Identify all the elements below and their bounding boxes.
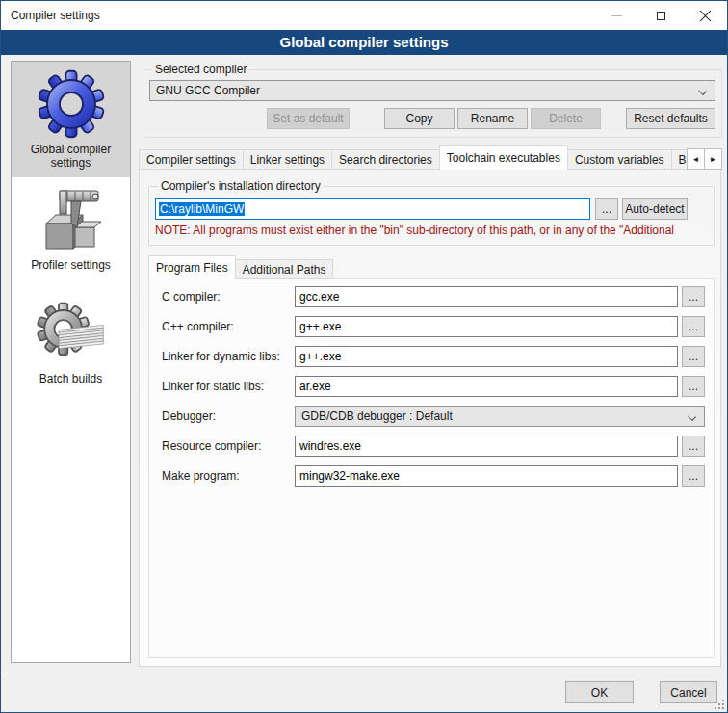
- sidebar-item-global-compiler-settings[interactable]: Global compiler settings: [12, 62, 130, 177]
- gear-icon: [12, 67, 130, 141]
- caliper-icon: [12, 183, 130, 256]
- sidebar-item-label: Global compiler settings: [12, 141, 130, 170]
- tab-scroll-arrows: ◄ ►: [688, 148, 722, 170]
- auto-detect-button[interactable]: Auto-detect: [622, 198, 688, 220]
- tab-label: Additional Paths: [243, 263, 326, 277]
- note-text: NOTE: All programs must exist either in …: [155, 224, 708, 237]
- settings-category-list: Global compiler settings: [11, 61, 131, 663]
- gear-stack-icon: [12, 297, 130, 370]
- maximize-icon: [657, 12, 665, 20]
- sidebar-item-label: Profiler settings: [12, 256, 130, 272]
- window-title: Compiler settings: [1, 9, 100, 22]
- selected-path-text: C:\raylib\MinGW: [159, 202, 245, 216]
- group-legend: Selected compiler: [152, 63, 249, 76]
- program-files-page: C compiler: ... C++ compiler: ... Linker…: [148, 278, 715, 658]
- arrow-left-icon: ◄: [692, 155, 700, 164]
- maximize-button[interactable]: [638, 1, 683, 30]
- ok-button[interactable]: OK: [565, 681, 634, 703]
- browse-button[interactable]: ...: [682, 376, 705, 397]
- dynamic-linker-input[interactable]: [295, 346, 678, 367]
- compiler-select[interactable]: GNU GCC Compiler: [149, 80, 715, 101]
- group-legend: Compiler's installation directory: [158, 179, 324, 193]
- sidebar-item-batch-builds[interactable]: Batch builds: [12, 297, 130, 385]
- field-label: Linker for static libs:: [162, 380, 295, 393]
- close-icon: [699, 10, 712, 22]
- debugger-select-value: GDB/CDB debugger : Default: [301, 409, 453, 423]
- chevron-down-icon: [688, 412, 696, 421]
- tab-search-directories[interactable]: Search directories: [331, 149, 440, 170]
- arrow-right-icon: ►: [710, 155, 717, 164]
- tab-additional-paths[interactable]: Additional Paths: [235, 259, 334, 279]
- tab-custom-variables[interactable]: Custom variables: [567, 149, 672, 170]
- title-bar: Compiler settings: [1, 1, 727, 30]
- browse-button[interactable]: ...: [682, 316, 705, 337]
- field-label: C compiler:: [162, 290, 295, 304]
- browse-button[interactable]: ...: [682, 346, 705, 367]
- main-content: Selected compiler GNU GCC Compiler Set a…: [139, 61, 722, 667]
- minimize-button[interactable]: [594, 1, 638, 30]
- form-row: C++ compiler: ...: [162, 316, 714, 337]
- compiler-select-value: GNU GCC Compiler: [156, 84, 260, 97]
- tab-compiler-settings[interactable]: Compiler settings: [139, 149, 244, 170]
- installation-directory-group: Compiler's installation directory C:\ray…: [148, 179, 715, 246]
- field-label: Make program:: [162, 469, 295, 483]
- dialog-header: Global compiler settings: [1, 30, 727, 55]
- close-button[interactable]: [683, 1, 727, 30]
- browse-button[interactable]: ...: [682, 436, 705, 457]
- c-compiler-input[interactable]: [295, 286, 678, 307]
- sidebar-item-profiler-settings[interactable]: Profiler settings: [12, 183, 130, 272]
- compiler-settings-dialog: Compiler settings Global compiler settin…: [0, 0, 728, 713]
- caption-buttons: [594, 1, 727, 30]
- tab-scroll-left-button[interactable]: ◄: [687, 148, 705, 170]
- form-row: Resource compiler: ...: [162, 436, 714, 457]
- form-row: Debugger: GDB/CDB debugger : Default: [162, 406, 714, 427]
- browse-button[interactable]: ...: [682, 465, 705, 487]
- cpp-compiler-input[interactable]: [295, 316, 678, 337]
- browse-directory-button[interactable]: ...: [595, 198, 618, 220]
- debugger-select[interactable]: GDB/CDB debugger : Default: [295, 406, 705, 427]
- tab-toolchain-executables[interactable]: Toolchain executables: [439, 145, 568, 170]
- settings-tabstrip: Compiler settings Linker settings Search…: [139, 145, 722, 170]
- form-row: Linker for static libs: ...: [162, 376, 714, 397]
- set-as-default-button[interactable]: Set as default: [267, 108, 350, 129]
- form-row: Make program: ...: [162, 465, 714, 487]
- tab-linker-settings[interactable]: Linker settings: [243, 149, 332, 170]
- paths-tabstrip: Program Files Additional Paths: [148, 255, 720, 279]
- tab-scroll-right-button[interactable]: ►: [704, 148, 722, 170]
- form-row: C compiler: ...: [162, 286, 714, 307]
- minimize-icon: [611, 15, 622, 16]
- delete-button[interactable]: Delete: [531, 108, 601, 129]
- installation-directory-row: C:\raylib\MinGW ... Auto-detect: [155, 198, 708, 220]
- resize-grip[interactable]: [722, 707, 724, 709]
- static-linker-input[interactable]: [295, 376, 678, 397]
- reset-defaults-button[interactable]: Reset defaults: [626, 108, 715, 129]
- tab-label: Toolchain executables: [447, 151, 560, 165]
- field-label: C++ compiler:: [162, 320, 295, 333]
- tab-label: Search directories: [339, 153, 432, 167]
- chevron-down-icon: [698, 87, 707, 95]
- selected-compiler-group: Selected compiler GNU GCC Compiler Set a…: [143, 63, 722, 138]
- cancel-button[interactable]: Cancel: [660, 681, 717, 703]
- resource-compiler-input[interactable]: [295, 436, 678, 457]
- compiler-buttons-row: Set as default Copy Rename Delete Reset …: [149, 108, 715, 129]
- dialog-footer: OK Cancel: [1, 673, 727, 712]
- form-row: Linker for dynamic libs: ...: [162, 346, 714, 367]
- copy-button[interactable]: Copy: [384, 108, 455, 129]
- rename-button[interactable]: Rename: [457, 108, 528, 129]
- field-label: Linker for dynamic libs:: [162, 350, 295, 363]
- tab-label: Custom variables: [575, 153, 664, 167]
- make-program-input[interactable]: [295, 465, 678, 487]
- toolchain-executables-page: Compiler's installation directory C:\ray…: [139, 169, 721, 667]
- sidebar-item-label: Batch builds: [12, 370, 130, 385]
- dialog-body: Global compiler settings: [1, 55, 727, 673]
- field-label: Debugger:: [162, 409, 295, 423]
- field-label: Resource compiler:: [162, 439, 295, 453]
- tab-label: Compiler settings: [146, 153, 236, 167]
- tab-label: Linker settings: [250, 153, 325, 167]
- tab-program-files[interactable]: Program Files: [148, 255, 236, 279]
- tab-label: Program Files: [156, 261, 228, 275]
- installation-directory-input[interactable]: C:\raylib\MinGW: [155, 198, 590, 220]
- browse-button[interactable]: ...: [682, 286, 705, 307]
